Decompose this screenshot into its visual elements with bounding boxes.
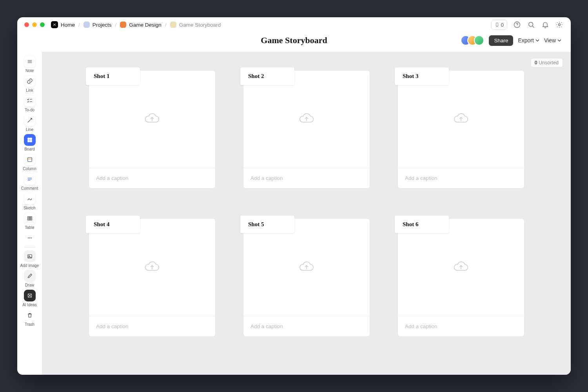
- tool-sketch[interactable]: Sketch: [20, 192, 40, 211]
- tool-todo[interactable]: To-do: [20, 94, 40, 113]
- device-count[interactable]: 0: [491, 20, 507, 30]
- sketch-icon: [24, 193, 36, 205]
- upload-dropzone[interactable]: [89, 219, 215, 316]
- page-title: Game Storyboard: [261, 35, 327, 45]
- svg-rect-16: [30, 140, 32, 142]
- tool-ai-ideas[interactable]: AI Ideas: [20, 289, 40, 308]
- folder-chip-icon: [83, 22, 90, 28]
- upload-dropzone[interactable]: [89, 71, 215, 168]
- tool-label: Column: [23, 167, 36, 171]
- tool-board[interactable]: Board: [20, 133, 40, 152]
- minimize-window-button[interactable]: [32, 22, 37, 27]
- tool-label: To-do: [25, 108, 34, 112]
- storyboard-card[interactable]: Shot 1: [89, 71, 215, 188]
- tool-comment[interactable]: Comment: [20, 172, 40, 191]
- share-button[interactable]: Share: [489, 35, 513, 46]
- avatar: [474, 35, 484, 45]
- caption-area: [398, 168, 524, 188]
- upload-dropzone[interactable]: [243, 71, 370, 168]
- caption-input[interactable]: [250, 323, 363, 329]
- tool-trash[interactable]: Trash: [20, 309, 40, 327]
- notifications-icon[interactable]: [541, 20, 550, 29]
- unsorted-count: 0: [535, 60, 537, 65]
- svg-rect-14: [30, 138, 32, 140]
- help-icon[interactable]: [513, 20, 521, 29]
- tool-link[interactable]: Link: [20, 74, 40, 93]
- tool-add-image[interactable]: Add image: [20, 250, 40, 269]
- board-canvas[interactable]: 0 Unsorted Shot 1Shot 2Shot 3Shot 4Shot …: [42, 52, 571, 375]
- breadcrumb-label: Home: [61, 22, 75, 28]
- shot-title[interactable]: Shot 3: [395, 67, 449, 85]
- breadcrumb-separator: /: [78, 22, 80, 28]
- upload-dropzone[interactable]: [398, 219, 524, 316]
- svg-line-12: [27, 118, 32, 123]
- tool-note[interactable]: Note: [20, 55, 40, 74]
- folder-chip-icon: [170, 22, 176, 28]
- caption-input[interactable]: [405, 323, 517, 329]
- tool-column[interactable]: Column: [20, 153, 40, 172]
- tool-label: Note: [25, 69, 34, 73]
- image-icon: [24, 250, 36, 262]
- tool-line[interactable]: Line: [20, 114, 40, 132]
- upload-dropzone[interactable]: [243, 219, 370, 316]
- comment-icon: [24, 173, 36, 185]
- collaborator-avatars[interactable]: [461, 35, 484, 45]
- window-controls: [24, 22, 45, 27]
- caption-area: [243, 316, 370, 336]
- caption-area: [398, 316, 524, 336]
- shot-title[interactable]: Shot 1: [86, 67, 140, 85]
- storyboard-grid: Shot 1Shot 2Shot 3Shot 4Shot 5Shot 6: [72, 71, 541, 336]
- shot-title[interactable]: Shot 2: [240, 67, 294, 85]
- app-body: Note Link To-do Line Board Column: [17, 52, 571, 375]
- tool-table[interactable]: Table: [20, 212, 40, 230]
- storyboard-card[interactable]: Shot 2: [243, 71, 370, 188]
- shot-title[interactable]: Shot 5: [240, 216, 294, 233]
- caption-area: [243, 168, 370, 188]
- settings-icon[interactable]: [555, 20, 564, 29]
- export-label: Export: [518, 37, 534, 44]
- upload-cloud-icon: [452, 259, 470, 276]
- app-window: Home / Projects / Game Design / Game Sto…: [17, 17, 571, 375]
- chevron-down-icon: [535, 38, 539, 42]
- breadcrumb-home[interactable]: Home: [51, 21, 75, 28]
- maximize-window-button[interactable]: [40, 22, 45, 27]
- caption-input[interactable]: [96, 175, 208, 181]
- svg-point-27: [28, 238, 29, 238]
- caption-area: [89, 316, 215, 336]
- caption-input[interactable]: [405, 175, 517, 181]
- tool-label: Line: [26, 127, 33, 132]
- caption-input[interactable]: [96, 323, 208, 329]
- tool-draw[interactable]: Draw: [20, 269, 40, 288]
- close-window-button[interactable]: [24, 22, 29, 27]
- unsorted-pill[interactable]: 0 Unsorted: [530, 58, 563, 67]
- device-count-value: 0: [501, 22, 504, 28]
- storyboard-card[interactable]: Shot 5: [243, 219, 370, 336]
- storyboard-card[interactable]: Shot 6: [398, 219, 524, 336]
- upload-cloud-icon: [143, 259, 161, 276]
- upload-cloud-icon: [452, 111, 470, 128]
- storyboard-card[interactable]: Shot 3: [398, 71, 524, 188]
- tool-label: Sketch: [24, 206, 36, 210]
- caption-input[interactable]: [250, 175, 363, 181]
- storyboard-card[interactable]: Shot 4: [89, 219, 215, 336]
- tool-label: AI Ideas: [22, 303, 37, 307]
- tool-more[interactable]: [20, 231, 40, 245]
- tool-label: Draw: [25, 283, 34, 287]
- export-dropdown[interactable]: Export: [518, 37, 539, 44]
- folder-chip-icon: [120, 22, 126, 28]
- breadcrumb-projects[interactable]: Projects: [83, 22, 112, 28]
- breadcrumb-game-design[interactable]: Game Design: [120, 22, 162, 28]
- tool-label: Add image: [20, 263, 39, 268]
- tool-sidebar: Note Link To-do Line Board Column: [17, 52, 42, 375]
- shot-title[interactable]: Shot 6: [395, 216, 449, 233]
- breadcrumb-current[interactable]: Game Storyboard: [170, 22, 221, 28]
- line-icon: [24, 114, 36, 126]
- breadcrumb-label: Game Design: [129, 22, 162, 28]
- shot-title[interactable]: Shot 4: [86, 216, 140, 233]
- unsorted-label: Unsorted: [539, 60, 559, 65]
- tool-label: Trash: [25, 322, 34, 327]
- view-dropdown[interactable]: View: [544, 37, 561, 44]
- search-icon[interactable]: [527, 20, 535, 29]
- upload-dropzone[interactable]: [398, 71, 524, 168]
- breadcrumb-separator: /: [165, 22, 167, 28]
